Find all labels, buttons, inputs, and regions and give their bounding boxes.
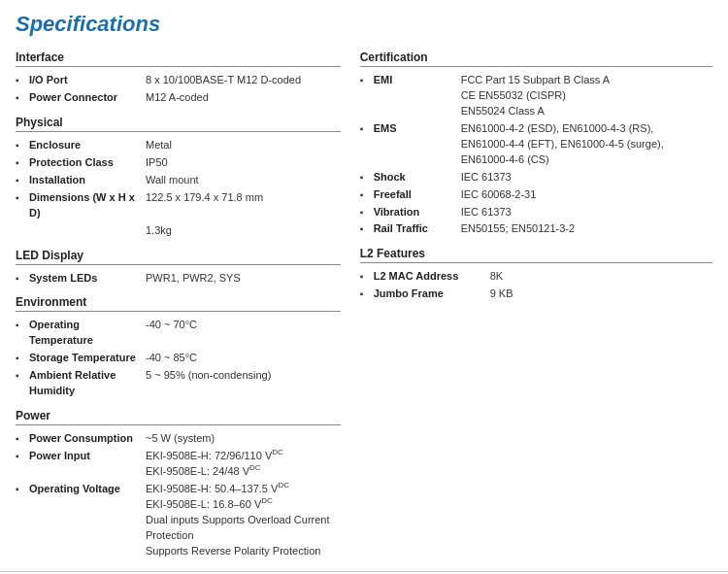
left-column: Interface ▪ I/O Port 8 x 10/100BASE-T M1…	[16, 51, 360, 561]
bullet-icon: ▪	[360, 206, 370, 220]
spec-label: Ambient Relative Humidity	[29, 368, 146, 399]
bullet-icon: ▪	[16, 272, 25, 287]
right-column: Certification ▪ EMI FCC Part 15 Subpart …	[360, 51, 712, 561]
spec-value: EN50155; EN50121-3-2	[461, 221, 712, 237]
list-item: ▪ Vibration IEC 61373	[360, 205, 712, 220]
spec-value: EKI-9508E-H: 72/96/110 VDC EKI-9508E-L: …	[146, 449, 341, 480]
spec-value: -40 ~ 85°C	[146, 351, 341, 366]
bullet-icon: ▪	[360, 122, 370, 137]
section-physical: Physical	[16, 116, 341, 132]
spec-value: -40 ~ 70°C	[146, 318, 341, 333]
bullet-icon: ▪	[16, 91, 25, 106]
spec-label: I/O Port	[29, 73, 146, 88]
list-item: ▪ Dimensions (W x H x D) 122.5 x 179.4 x…	[16, 190, 341, 221]
spec-label: Freefall	[374, 187, 461, 203]
list-item: ▪ Power Connector M12 A-coded	[16, 90, 341, 106]
spec-label: Operating Temperature	[29, 318, 146, 349]
main-content: Specifications Interface ▪ I/O Port 8 x …	[0, 0, 728, 571]
bullet-icon: ▪	[16, 174, 25, 188]
spec-label: L2 MAC Address	[374, 269, 490, 285]
list-item: ▪ Protection Class IP50	[16, 155, 341, 171]
spec-label: Jumbo Frame	[374, 287, 490, 302]
spec-value: 5 ~ 95% (non-condensing)	[146, 368, 341, 384]
spec-label: Power Connector	[29, 90, 146, 106]
spec-value: M12 A-coded	[146, 90, 341, 106]
section-interface: Interface	[16, 51, 341, 67]
section-certification: Certification	[360, 51, 712, 67]
bullet-icon: ▪	[360, 171, 370, 186]
spec-value: IEC 60068-2-31	[461, 187, 712, 203]
bullet-icon: ▪	[360, 222, 370, 237]
spec-value: Wall mount	[146, 173, 341, 188]
spec-label: Shock	[374, 170, 461, 186]
spec-label: System LEDs	[29, 271, 146, 287]
spec-value: IEC 61373	[461, 205, 712, 220]
bullet-icon: ▪	[360, 270, 370, 285]
spec-label: Installation	[29, 173, 146, 188]
sub-line: EN61000-4-2 (ESD), EN61000-4-3 (RS),	[461, 121, 712, 137]
spec-value: FCC Part 15 Subpart B Class A CE EN55032…	[461, 73, 712, 119]
list-item: ▪ Storage Temperature -40 ~ 85°C	[16, 351, 341, 366]
list-item: ▪ Power Consumption ~5 W (system)	[16, 431, 341, 447]
list-item: ▪ Power Input EKI-9508E-H: 72/96/110 VDC…	[16, 449, 341, 480]
bullet-icon: ▪	[16, 483, 25, 497]
bullet-icon: ▪	[16, 156, 25, 171]
list-item: ▪ Freefall IEC 60068-2-31	[360, 187, 712, 203]
spec-value: PWR1, PWR2, SYS	[146, 271, 341, 287]
list-item: ▪ Ambient Relative Humidity 5 ~ 95% (non…	[16, 368, 341, 399]
spec-label: Dimensions (W x H x D)	[29, 190, 146, 221]
spec-value: ~5 W (system)	[146, 431, 341, 447]
list-item: ▪ Rail Traffic EN50155; EN50121-3-2	[360, 221, 712, 237]
spec-value: EKI-9508E-H: 50.4–137.5 VDC EKI-9508E-L:…	[146, 482, 341, 559]
bullet-icon: ▪	[16, 139, 25, 153]
spec-value: 8 x 10/100BASE-T M12 D-coded	[146, 73, 341, 88]
section-environment: Environment	[16, 295, 341, 312]
spec-label: EMS	[374, 121, 461, 137]
weight-line: 1.3kg	[146, 223, 341, 239]
spec-label: Storage Temperature	[29, 351, 146, 366]
sub-line: EKI-9508E-L: 16.8–60 VDC	[146, 497, 341, 513]
spec-label: Operating Voltage	[29, 482, 146, 497]
spec-value: IP50	[146, 155, 341, 171]
sub-line: EKI-9508E-L: 24/48 VDC	[146, 464, 341, 480]
bullet-icon: ▪	[360, 74, 370, 88]
spec-label: EMI	[374, 73, 461, 88]
bullet-icon: ▪	[16, 352, 25, 366]
list-item: ▪ Operating Voltage EKI-9508E-H: 50.4–13…	[16, 482, 341, 559]
sub-line: CE EN55032 (CISPR)	[461, 88, 712, 104]
sub-line: FCC Part 15 Subpart B Class A	[461, 73, 712, 88]
spec-label: Enclosure	[29, 138, 146, 153]
section-led: LED Display	[16, 249, 341, 265]
list-item: ▪ EMS EN61000-4-2 (ESD), EN61000-4-3 (RS…	[360, 121, 712, 168]
spec-value: Metal	[146, 138, 341, 153]
spec-value: IEC 61373	[461, 170, 712, 186]
bullet-icon: ▪	[360, 287, 370, 302]
sub-line: EN55024 Class A	[461, 104, 712, 119]
spec-label: Power Consumption	[29, 431, 146, 447]
section-l2features: L2 Features	[360, 247, 712, 263]
list-item: ▪ EMI FCC Part 15 Subpart B Class A CE E…	[360, 73, 712, 119]
spec-label: Protection Class	[29, 155, 146, 171]
page-title: Specifications	[16, 12, 712, 37]
spec-value: 122.5 x 179.4 x 71.8 mm	[146, 190, 341, 206]
spec-value: 9 KB	[490, 287, 712, 302]
sub-line: Dual inputs Supports Overload Current Pr…	[146, 513, 341, 544]
list-item: ▪ Shock IEC 61373	[360, 170, 712, 186]
section-power: Power	[16, 409, 341, 425]
list-item: ▪ Installation Wall mount	[16, 173, 341, 188]
list-item: ▪ Operating Temperature -40 ~ 70°C	[16, 318, 341, 349]
list-item: ▪ L2 MAC Address 8K	[360, 269, 712, 285]
bullet-icon: ▪	[16, 319, 25, 333]
list-item: ▪ I/O Port 8 x 10/100BASE-T M12 D-coded	[16, 73, 341, 88]
spec-label: Rail Traffic	[374, 221, 461, 237]
bullet-icon: ▪	[16, 432, 25, 447]
list-item: ▪ Enclosure Metal	[16, 138, 341, 153]
page-wrapper: Specifications Interface ▪ I/O Port 8 x …	[0, 0, 728, 574]
spec-value: EN61000-4-2 (ESD), EN61000-4-3 (RS), EN6…	[461, 121, 712, 168]
list-item: ▪ Jumbo Frame 9 KB	[360, 287, 712, 302]
two-column-layout: Interface ▪ I/O Port 8 x 10/100BASE-T M1…	[16, 51, 712, 561]
sub-line: EN61000-4-4 (EFT), EN61000-4-5 (surge),	[461, 137, 712, 152]
bullet-icon: ▪	[16, 74, 25, 88]
bullet-icon: ▪	[16, 369, 25, 384]
bullet-icon: ▪	[16, 191, 25, 206]
